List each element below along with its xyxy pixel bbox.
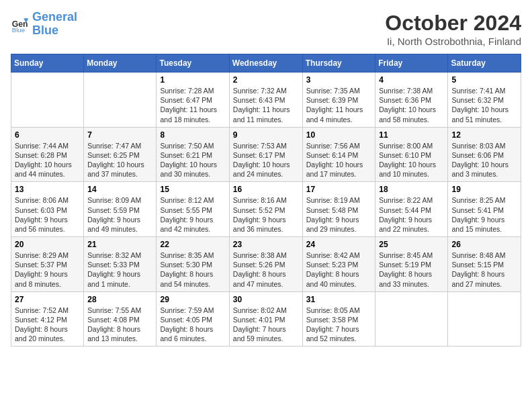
calendar-day: 2Sunrise: 7:32 AM Sunset: 6:43 PM Daylig… <box>229 73 302 128</box>
day-number: 25 <box>379 240 444 249</box>
day-info: Sunrise: 7:56 AM Sunset: 6:14 PM Dayligh… <box>306 141 372 179</box>
calendar-day <box>84 73 157 128</box>
day-number: 1 <box>160 75 225 85</box>
calendar-day: 28Sunrise: 7:55 AM Sunset: 4:08 PM Dayli… <box>84 291 157 347</box>
day-info: Sunrise: 8:38 AM Sunset: 5:26 PM Dayligh… <box>233 250 299 289</box>
calendar-day <box>375 291 448 347</box>
calendar-day: 4Sunrise: 7:38 AM Sunset: 6:36 PM Daylig… <box>375 73 448 128</box>
day-number: 9 <box>233 130 299 140</box>
day-info: Sunrise: 8:35 AM Sunset: 5:30 PM Dayligh… <box>160 250 225 289</box>
day-info: Sunrise: 8:09 AM Sunset: 5:59 PM Dayligh… <box>87 195 152 234</box>
day-number: 31 <box>306 295 372 304</box>
day-info: Sunrise: 8:42 AM Sunset: 5:23 PM Dayligh… <box>306 250 372 289</box>
calendar-day: 31Sunrise: 8:05 AM Sunset: 3:58 PM Dayli… <box>302 291 375 347</box>
day-number: 11 <box>379 130 444 140</box>
day-number: 10 <box>306 130 372 140</box>
calendar-day: 30Sunrise: 8:02 AM Sunset: 4:01 PM Dayli… <box>229 291 302 347</box>
day-info: Sunrise: 8:22 AM Sunset: 5:44 PM Dayligh… <box>379 195 444 234</box>
day-info: Sunrise: 7:52 AM Sunset: 4:12 PM Dayligh… <box>15 306 80 344</box>
calendar-day: 10Sunrise: 7:56 AM Sunset: 6:14 PM Dayli… <box>302 127 375 182</box>
day-number: 12 <box>451 130 517 140</box>
day-number: 29 <box>160 295 225 304</box>
calendar-day: 21Sunrise: 8:32 AM Sunset: 5:33 PM Dayli… <box>84 237 157 292</box>
day-info: Sunrise: 8:06 AM Sunset: 6:03 PM Dayligh… <box>15 195 80 234</box>
title-block: October 2024 Ii, North Ostrobothnia, Fin… <box>385 11 521 47</box>
day-number: 7 <box>87 130 152 140</box>
calendar-day: 7Sunrise: 7:47 AM Sunset: 6:25 PM Daylig… <box>84 127 157 182</box>
calendar-day: 19Sunrise: 8:25 AM Sunset: 5:41 PM Dayli… <box>448 182 521 237</box>
day-number: 3 <box>306 75 372 85</box>
calendar-day: 25Sunrise: 8:45 AM Sunset: 5:19 PM Dayli… <box>375 237 448 292</box>
header-wednesday: Wednesday <box>229 54 302 73</box>
calendar-day: 14Sunrise: 8:09 AM Sunset: 5:59 PM Dayli… <box>84 182 157 237</box>
calendar-day: 29Sunrise: 7:59 AM Sunset: 4:05 PM Dayli… <box>157 291 229 347</box>
day-info: Sunrise: 7:38 AM Sunset: 6:36 PM Dayligh… <box>379 86 444 124</box>
day-number: 2 <box>233 75 299 85</box>
calendar-day: 16Sunrise: 8:16 AM Sunset: 5:52 PM Dayli… <box>229 182 302 237</box>
calendar-title: October 2024 <box>385 11 521 36</box>
calendar-day: 3Sunrise: 7:35 AM Sunset: 6:39 PM Daylig… <box>302 73 375 128</box>
calendar-day: 8Sunrise: 7:50 AM Sunset: 6:21 PM Daylig… <box>157 127 229 182</box>
day-info: Sunrise: 7:47 AM Sunset: 6:25 PM Dayligh… <box>87 141 152 179</box>
day-info: Sunrise: 7:35 AM Sunset: 6:39 PM Dayligh… <box>306 86 372 124</box>
header-saturday: Saturday <box>448 54 521 73</box>
calendar-day: 26Sunrise: 8:48 AM Sunset: 5:15 PM Dayli… <box>448 237 521 292</box>
day-number: 4 <box>379 75 444 85</box>
day-number: 30 <box>233 295 299 304</box>
day-info: Sunrise: 7:53 AM Sunset: 6:17 PM Dayligh… <box>233 141 299 179</box>
logo-icon: Gen Blue <box>11 15 30 34</box>
day-number: 21 <box>87 240 152 249</box>
day-number: 15 <box>160 185 225 194</box>
calendar-day: 11Sunrise: 8:00 AM Sunset: 6:10 PM Dayli… <box>375 127 448 182</box>
calendar-week-3: 13Sunrise: 8:06 AM Sunset: 6:03 PM Dayli… <box>11 182 521 237</box>
header-thursday: Thursday <box>302 54 375 73</box>
day-number: 24 <box>306 240 372 249</box>
header-monday: Monday <box>84 54 157 73</box>
day-info: Sunrise: 8:19 AM Sunset: 5:48 PM Dayligh… <box>306 195 372 234</box>
calendar-day: 9Sunrise: 7:53 AM Sunset: 6:17 PM Daylig… <box>229 127 302 182</box>
calendar-day: 18Sunrise: 8:22 AM Sunset: 5:44 PM Dayli… <box>375 182 448 237</box>
calendar-day <box>11 73 84 128</box>
day-number: 6 <box>15 130 80 140</box>
day-number: 28 <box>87 295 152 304</box>
day-info: Sunrise: 8:12 AM Sunset: 5:55 PM Dayligh… <box>160 195 225 234</box>
day-info: Sunrise: 8:00 AM Sunset: 6:10 PM Dayligh… <box>379 141 444 179</box>
logo-text: General Blue <box>32 11 77 38</box>
day-info: Sunrise: 7:32 AM Sunset: 6:43 PM Dayligh… <box>233 86 299 124</box>
calendar-day: 1Sunrise: 7:28 AM Sunset: 6:47 PM Daylig… <box>157 73 229 128</box>
logo: Gen Blue General Blue <box>11 11 77 38</box>
calendar-day: 27Sunrise: 7:52 AM Sunset: 4:12 PM Dayli… <box>11 291 84 347</box>
day-info: Sunrise: 8:25 AM Sunset: 5:41 PM Dayligh… <box>451 195 517 234</box>
day-info: Sunrise: 8:02 AM Sunset: 4:01 PM Dayligh… <box>233 306 299 344</box>
calendar-day: 5Sunrise: 7:41 AM Sunset: 6:32 PM Daylig… <box>448 73 521 128</box>
day-info: Sunrise: 7:59 AM Sunset: 4:05 PM Dayligh… <box>160 306 225 344</box>
calendar-day: 22Sunrise: 8:35 AM Sunset: 5:30 PM Dayli… <box>157 237 229 292</box>
header-sunday: Sunday <box>11 54 84 73</box>
day-info: Sunrise: 8:03 AM Sunset: 6:06 PM Dayligh… <box>451 141 517 179</box>
day-number: 13 <box>15 185 80 194</box>
calendar-day: 6Sunrise: 7:44 AM Sunset: 6:28 PM Daylig… <box>11 127 84 182</box>
day-number: 23 <box>233 240 299 249</box>
day-info: Sunrise: 8:32 AM Sunset: 5:33 PM Dayligh… <box>87 250 152 289</box>
calendar-week-4: 20Sunrise: 8:29 AM Sunset: 5:37 PM Dayli… <box>11 237 521 292</box>
day-info: Sunrise: 8:16 AM Sunset: 5:52 PM Dayligh… <box>233 195 299 234</box>
header-row: Sunday Monday Tuesday Wednesday Thursday… <box>11 54 521 73</box>
calendar-day: 12Sunrise: 8:03 AM Sunset: 6:06 PM Dayli… <box>448 127 521 182</box>
day-info: Sunrise: 8:05 AM Sunset: 3:58 PM Dayligh… <box>306 306 372 344</box>
day-info: Sunrise: 7:41 AM Sunset: 6:32 PM Dayligh… <box>451 86 517 124</box>
day-info: Sunrise: 7:50 AM Sunset: 6:21 PM Dayligh… <box>160 141 225 179</box>
day-info: Sunrise: 7:44 AM Sunset: 6:28 PM Dayligh… <box>15 141 80 179</box>
calendar-day: 15Sunrise: 8:12 AM Sunset: 5:55 PM Dayli… <box>157 182 229 237</box>
day-number: 20 <box>15 240 80 249</box>
calendar-day: 23Sunrise: 8:38 AM Sunset: 5:26 PM Dayli… <box>229 237 302 292</box>
day-number: 26 <box>451 240 517 249</box>
page-header: Gen Blue General Blue October 2024 Ii, N… <box>11 11 521 47</box>
day-info: Sunrise: 8:45 AM Sunset: 5:19 PM Dayligh… <box>379 250 444 289</box>
day-info: Sunrise: 8:29 AM Sunset: 5:37 PM Dayligh… <box>15 250 80 289</box>
day-number: 5 <box>451 75 517 85</box>
day-number: 22 <box>160 240 225 249</box>
calendar-day: 20Sunrise: 8:29 AM Sunset: 5:37 PM Dayli… <box>11 237 84 292</box>
calendar-subtitle: Ii, North Ostrobothnia, Finland <box>385 36 521 47</box>
calendar-week-5: 27Sunrise: 7:52 AM Sunset: 4:12 PM Dayli… <box>11 291 521 347</box>
header-friday: Friday <box>375 54 448 73</box>
